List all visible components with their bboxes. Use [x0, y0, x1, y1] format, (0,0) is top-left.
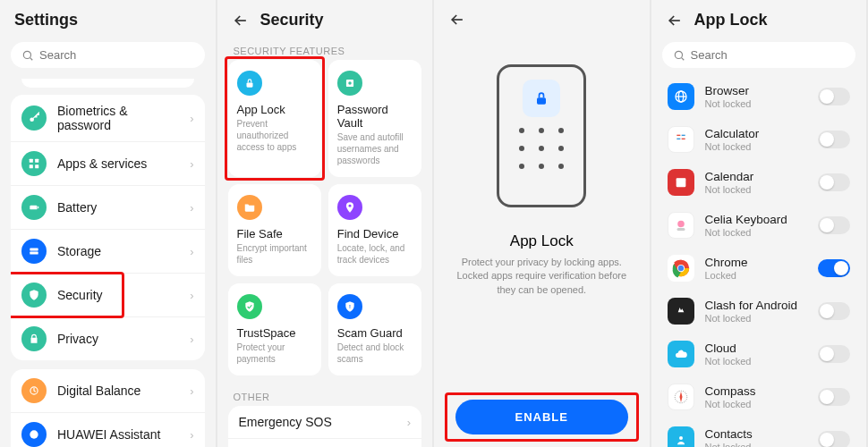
- chevron-right-icon: ›: [190, 112, 193, 125]
- back-button[interactable]: [448, 11, 466, 29]
- compass-icon: [668, 384, 694, 410]
- row-battery[interactable]: Battery ›: [11, 186, 205, 230]
- chevron-right-icon: ›: [190, 289, 193, 302]
- chevron-right-icon: ›: [407, 416, 411, 429]
- svg-rect-10: [30, 252, 38, 255]
- toggle-clash[interactable]: [818, 302, 850, 320]
- svg-point-20: [348, 205, 351, 207]
- toggle-calculator[interactable]: [818, 131, 850, 148]
- app-status: Locked: [705, 270, 808, 281]
- other-group-1: Emergency SOS› Emergency warnings›: [228, 406, 422, 447]
- back-button[interactable]: [666, 12, 684, 30]
- app-status: Not locked: [705, 313, 808, 324]
- shield-icon: [21, 283, 47, 308]
- settings-group-2: Digital Balance › HUAWEI Assistant › Wal…: [11, 369, 205, 447]
- app-row-chrome: ChromeLocked: [664, 247, 855, 290]
- svg-point-23: [675, 51, 682, 58]
- card-subtitle: Protect your payments: [237, 342, 312, 365]
- card-trustspace[interactable]: TrustSpace Protect your payments: [228, 283, 321, 375]
- app-status: Not locked: [705, 98, 808, 109]
- svg-rect-28: [677, 135, 680, 136]
- row-storage[interactable]: Storage ›: [11, 230, 205, 274]
- row-label: Emergency SOS: [239, 415, 396, 429]
- card-subtitle: Locate, lock, and track devices: [337, 242, 413, 266]
- svg-rect-8: [38, 207, 38, 208]
- row-security[interactable]: Security ›: [11, 274, 205, 317]
- enable-button[interactable]: ENABLE: [455, 400, 628, 434]
- row-emergency-warnings[interactable]: Emergency warnings›: [228, 439, 422, 447]
- toggle-compass[interactable]: [818, 388, 850, 406]
- app-name: Calendar: [705, 170, 808, 183]
- check-shield-icon: [237, 294, 262, 319]
- applock-intro-panel: App Lock Protect your privacy by locking…: [434, 0, 651, 447]
- search-box[interactable]: [662, 42, 856, 68]
- app-name: Browser: [705, 84, 808, 97]
- toggle-browser[interactable]: [818, 88, 850, 105]
- card-title: App Lock: [237, 103, 312, 116]
- chevron-right-icon: ›: [190, 157, 193, 171]
- applock-list-header: App Lock: [651, 0, 867, 38]
- app-name: Chrome: [705, 256, 808, 269]
- row-label: HUAWEI Assistant: [57, 427, 179, 442]
- applock-intro-header: [434, 0, 650, 38]
- chevron-right-icon: ›: [190, 384, 193, 398]
- svg-point-40: [679, 436, 683, 440]
- security-header: Security: [217, 0, 433, 38]
- app-name: Contacts: [705, 427, 808, 441]
- svg-rect-6: [35, 164, 38, 168]
- partial-row-top: [21, 79, 194, 88]
- app-name: Celia Keyboard: [705, 213, 808, 226]
- row-huawei-assistant[interactable]: HUAWEI Assistant ›: [11, 413, 205, 447]
- app-status: Not locked: [705, 141, 808, 152]
- card-find-device[interactable]: Find Device Locate, lock, and track devi…: [328, 184, 421, 276]
- toggle-celia[interactable]: [818, 216, 850, 234]
- clash-icon: [668, 298, 694, 325]
- row-apps-services[interactable]: Apps & services ›: [11, 142, 205, 186]
- app-row-celia: Celia KeyboardNot locked: [664, 204, 855, 247]
- search-box[interactable]: [11, 42, 205, 68]
- toggle-calendar[interactable]: [818, 173, 850, 191]
- assistant-icon: [21, 422, 47, 447]
- card-password-vault[interactable]: Password Vault Save and autofill usernam…: [328, 60, 421, 177]
- row-biometrics[interactable]: Biometrics & password ›: [11, 95, 205, 142]
- toggle-cloud[interactable]: [818, 345, 850, 363]
- settings-group-1: Biometrics & password › Apps & services …: [11, 95, 205, 360]
- lock-icon: [523, 80, 560, 117]
- card-app-lock[interactable]: App Lock Prevent unauthorized access to …: [228, 60, 321, 177]
- contacts-icon: [668, 426, 694, 447]
- settings-header: Settings: [0, 0, 216, 38]
- search-input[interactable]: [691, 48, 846, 62]
- key-icon: [21, 105, 47, 131]
- location-icon: [337, 195, 362, 220]
- chevron-right-icon: ›: [190, 428, 193, 442]
- card-title: TrustSpace: [237, 326, 312, 340]
- svg-rect-31: [681, 139, 685, 139]
- search-icon: [673, 49, 685, 62]
- svg-point-19: [348, 81, 352, 85]
- app-row-calendar: CalendarNot locked: [664, 161, 855, 204]
- lock-icon: [237, 71, 262, 96]
- security-scroll[interactable]: SECURITY FEATURES App Lock Prevent unaut…: [217, 38, 433, 447]
- app-status: Not locked: [705, 356, 808, 367]
- toggle-contacts[interactable]: [818, 431, 850, 447]
- svg-point-38: [677, 266, 683, 271]
- svg-rect-33: [676, 178, 685, 181]
- toggle-chrome[interactable]: [818, 259, 850, 277]
- settings-scroll[interactable]: Biometrics & password › Apps & services …: [0, 75, 216, 447]
- search-input[interactable]: [39, 48, 194, 62]
- card-title: Password Vault: [337, 103, 413, 130]
- row-digital-balance[interactable]: Digital Balance ›: [11, 369, 205, 413]
- applock-title: App Lock: [434, 232, 650, 250]
- folder-icon: [237, 195, 262, 220]
- feature-cards: App Lock Prevent unauthorized access to …: [228, 60, 422, 375]
- back-button[interactable]: [232, 12, 250, 30]
- page-title: Security: [260, 11, 324, 30]
- row-emergency-sos[interactable]: Emergency SOS›: [228, 406, 422, 439]
- svg-point-34: [677, 221, 685, 228]
- card-scam-guard[interactable]: ! Scam Guard Detect and block scams: [328, 283, 421, 375]
- card-file-safe[interactable]: File Safe Encrypt important files: [228, 184, 321, 276]
- card-title: Scam Guard: [337, 326, 413, 340]
- card-title: File Safe: [237, 227, 312, 240]
- applock-scroll[interactable]: BrowserNot locked CalculatorNot locked C…: [651, 75, 867, 447]
- row-privacy[interactable]: Privacy ›: [11, 317, 205, 360]
